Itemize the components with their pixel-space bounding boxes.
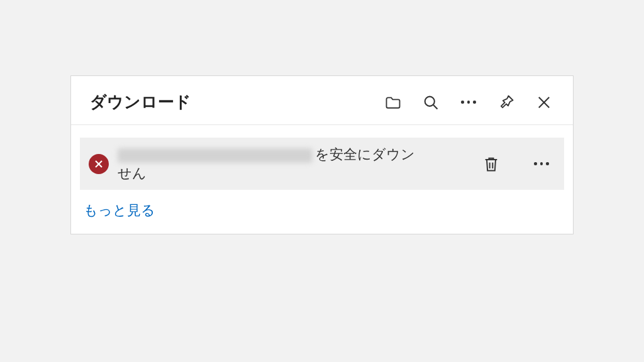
download-item-message: を安全にダウン せん [118,145,472,182]
redacted-filename [118,148,313,163]
item-actions [481,154,558,174]
svg-line-1 [433,105,437,109]
see-more-link[interactable]: もっと見る [71,190,168,234]
trash-icon[interactable] [481,154,501,174]
error-status-icon [89,154,109,174]
message-line2: せん [118,165,147,181]
search-icon[interactable] [421,92,441,112]
item-more-icon[interactable] [531,154,552,174]
download-item[interactable]: を安全にダウン せん [80,138,564,190]
folder-icon[interactable] [383,92,403,112]
svg-point-0 [425,96,435,106]
downloads-panel: ダウンロード [70,75,574,234]
panel-title: ダウンロード [90,91,191,113]
close-icon[interactable] [534,92,554,112]
message-suffix-line1: を安全にダウン [315,146,415,162]
panel-header: ダウンロード [71,76,573,125]
more-icon[interactable] [458,92,479,112]
header-actions [383,92,554,112]
pin-icon[interactable] [496,92,516,112]
